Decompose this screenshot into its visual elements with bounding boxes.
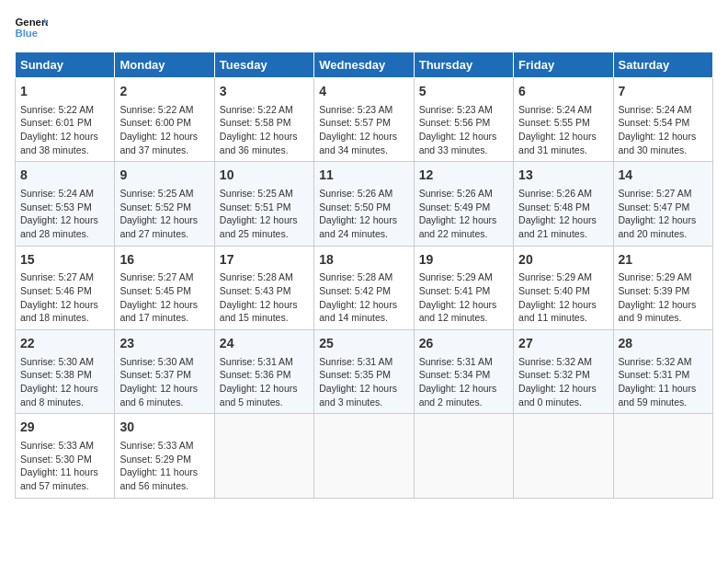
calendar-cell: 5Sunrise: 5:23 AM Sunset: 5:56 PM Daylig…	[414, 78, 513, 162]
calendar-cell: 12Sunrise: 5:26 AM Sunset: 5:49 PM Dayli…	[414, 162, 513, 246]
day-info: Sunrise: 5:31 AM Sunset: 5:35 PM Dayligh…	[319, 355, 408, 409]
calendar-cell: 8Sunrise: 5:24 AM Sunset: 5:53 PM Daylig…	[16, 162, 115, 246]
day-number: 17	[220, 251, 309, 270]
calendar-cell	[214, 414, 313, 498]
day-info: Sunrise: 5:32 AM Sunset: 5:31 PM Dayligh…	[619, 355, 708, 409]
day-info: Sunrise: 5:22 AM Sunset: 6:01 PM Dayligh…	[20, 103, 109, 157]
calendar-cell: 13Sunrise: 5:26 AM Sunset: 5:48 PM Dayli…	[514, 162, 613, 246]
day-number: 1	[20, 83, 109, 101]
day-number: 11	[319, 167, 408, 185]
calendar-table: SundayMondayTuesdayWednesdayThursdayFrid…	[15, 52, 713, 499]
day-info: Sunrise: 5:30 AM Sunset: 5:37 PM Dayligh…	[119, 355, 209, 409]
calendar-cell: 15Sunrise: 5:27 AM Sunset: 5:46 PM Dayli…	[16, 246, 115, 329]
day-number: 5	[419, 83, 508, 101]
calendar-cell: 9Sunrise: 5:25 AM Sunset: 5:52 PM Daylig…	[115, 162, 214, 246]
day-info: Sunrise: 5:27 AM Sunset: 5:45 PM Dayligh…	[119, 270, 209, 325]
calendar-cell: 4Sunrise: 5:23 AM Sunset: 5:57 PM Daylig…	[314, 78, 414, 162]
calendar-cell: 21Sunrise: 5:29 AM Sunset: 5:39 PM Dayli…	[613, 246, 712, 329]
calendar-cell: 26Sunrise: 5:31 AM Sunset: 5:34 PM Dayli…	[414, 330, 513, 414]
calendar-cell: 30Sunrise: 5:33 AM Sunset: 5:29 PM Dayli…	[115, 414, 214, 498]
day-info: Sunrise: 5:32 AM Sunset: 5:32 PM Dayligh…	[518, 355, 608, 409]
day-number: 24	[220, 335, 309, 353]
day-info: Sunrise: 5:23 AM Sunset: 5:56 PM Dayligh…	[419, 103, 508, 157]
calendar-cell: 20Sunrise: 5:29 AM Sunset: 5:40 PM Dayli…	[514, 246, 613, 329]
svg-text:General: General	[16, 17, 49, 28]
calendar-cell: 16Sunrise: 5:27 AM Sunset: 5:45 PM Dayli…	[115, 246, 214, 329]
day-info: Sunrise: 5:25 AM Sunset: 5:51 PM Dayligh…	[220, 187, 309, 241]
header: General Blue	[15, 15, 713, 40]
calendar-week-3: 15Sunrise: 5:27 AM Sunset: 5:46 PM Dayli…	[16, 246, 713, 329]
logo: General Blue	[15, 15, 48, 40]
calendar-cell	[314, 414, 414, 498]
day-number: 27	[518, 335, 608, 353]
calendar-cell: 19Sunrise: 5:29 AM Sunset: 5:41 PM Dayli…	[414, 246, 513, 329]
day-info: Sunrise: 5:27 AM Sunset: 5:46 PM Dayligh…	[20, 270, 109, 325]
calendar-cell: 29Sunrise: 5:33 AM Sunset: 5:30 PM Dayli…	[16, 414, 115, 498]
day-number: 15	[20, 251, 109, 270]
day-number: 14	[619, 167, 708, 185]
day-header-thursday: Thursday	[414, 52, 513, 78]
svg-text:Blue: Blue	[16, 28, 39, 39]
calendar-week-2: 8Sunrise: 5:24 AM Sunset: 5:53 PM Daylig…	[16, 162, 713, 246]
day-number: 12	[419, 167, 508, 185]
calendar-cell: 17Sunrise: 5:28 AM Sunset: 5:43 PM Dayli…	[214, 246, 313, 329]
day-info: Sunrise: 5:22 AM Sunset: 6:00 PM Dayligh…	[119, 103, 209, 157]
day-info: Sunrise: 5:24 AM Sunset: 5:55 PM Dayligh…	[518, 103, 608, 157]
calendar-cell: 7Sunrise: 5:24 AM Sunset: 5:54 PM Daylig…	[613, 78, 712, 162]
day-header-sunday: Sunday	[16, 52, 115, 78]
day-number: 4	[319, 83, 408, 101]
day-number: 18	[319, 251, 408, 270]
logo-icon: General Blue	[15, 15, 48, 40]
day-number: 25	[319, 335, 408, 353]
calendar-cell: 6Sunrise: 5:24 AM Sunset: 5:55 PM Daylig…	[514, 78, 613, 162]
calendar-cell: 1Sunrise: 5:22 AM Sunset: 6:01 PM Daylig…	[16, 78, 115, 162]
day-header-tuesday: Tuesday	[214, 52, 313, 78]
day-info: Sunrise: 5:24 AM Sunset: 5:53 PM Dayligh…	[20, 187, 109, 241]
calendar-week-5: 29Sunrise: 5:33 AM Sunset: 5:30 PM Dayli…	[16, 414, 713, 498]
day-number: 13	[518, 167, 608, 185]
calendar-cell: 11Sunrise: 5:26 AM Sunset: 5:50 PM Dayli…	[314, 162, 414, 246]
day-number: 3	[220, 83, 309, 101]
calendar-header-row: SundayMondayTuesdayWednesdayThursdayFrid…	[16, 52, 713, 78]
day-number: 2	[119, 83, 209, 101]
calendar-week-4: 22Sunrise: 5:30 AM Sunset: 5:38 PM Dayli…	[16, 330, 713, 414]
day-header-monday: Monday	[115, 52, 214, 78]
day-info: Sunrise: 5:28 AM Sunset: 5:42 PM Dayligh…	[319, 270, 408, 325]
day-info: Sunrise: 5:25 AM Sunset: 5:52 PM Dayligh…	[119, 187, 209, 241]
calendar-cell: 25Sunrise: 5:31 AM Sunset: 5:35 PM Dayli…	[314, 330, 414, 414]
day-info: Sunrise: 5:29 AM Sunset: 5:39 PM Dayligh…	[619, 270, 708, 325]
calendar-cell: 14Sunrise: 5:27 AM Sunset: 5:47 PM Dayli…	[613, 162, 712, 246]
day-number: 9	[119, 167, 209, 185]
calendar-cell: 24Sunrise: 5:31 AM Sunset: 5:36 PM Dayli…	[214, 330, 313, 414]
calendar-cell: 22Sunrise: 5:30 AM Sunset: 5:38 PM Dayli…	[16, 330, 115, 414]
calendar-week-1: 1Sunrise: 5:22 AM Sunset: 6:01 PM Daylig…	[16, 78, 713, 162]
calendar-cell: 10Sunrise: 5:25 AM Sunset: 5:51 PM Dayli…	[214, 162, 313, 246]
day-info: Sunrise: 5:24 AM Sunset: 5:54 PM Dayligh…	[619, 103, 708, 157]
day-info: Sunrise: 5:31 AM Sunset: 5:34 PM Dayligh…	[419, 355, 508, 409]
day-number: 16	[119, 251, 209, 270]
day-number: 29	[20, 419, 109, 437]
calendar-cell	[514, 414, 613, 498]
calendar-body: 1Sunrise: 5:22 AM Sunset: 6:01 PM Daylig…	[16, 78, 713, 499]
day-number: 19	[419, 251, 508, 270]
day-info: Sunrise: 5:26 AM Sunset: 5:49 PM Dayligh…	[419, 187, 508, 241]
day-header-saturday: Saturday	[613, 52, 712, 78]
day-number: 30	[119, 419, 209, 437]
day-number: 10	[220, 167, 309, 185]
day-number: 26	[419, 335, 508, 353]
day-number: 28	[619, 335, 708, 353]
day-number: 7	[619, 83, 708, 101]
calendar-cell: 23Sunrise: 5:30 AM Sunset: 5:37 PM Dayli…	[115, 330, 214, 414]
day-info: Sunrise: 5:33 AM Sunset: 5:30 PM Dayligh…	[20, 439, 109, 493]
calendar-cell: 27Sunrise: 5:32 AM Sunset: 5:32 PM Dayli…	[514, 330, 613, 414]
day-info: Sunrise: 5:27 AM Sunset: 5:47 PM Dayligh…	[619, 187, 708, 241]
calendar-cell: 2Sunrise: 5:22 AM Sunset: 6:00 PM Daylig…	[115, 78, 214, 162]
day-number: 20	[518, 251, 608, 270]
day-info: Sunrise: 5:31 AM Sunset: 5:36 PM Dayligh…	[220, 355, 309, 409]
day-number: 8	[20, 167, 109, 185]
day-info: Sunrise: 5:30 AM Sunset: 5:38 PM Dayligh…	[20, 355, 109, 409]
day-info: Sunrise: 5:22 AM Sunset: 5:58 PM Dayligh…	[220, 103, 309, 157]
calendar-cell: 28Sunrise: 5:32 AM Sunset: 5:31 PM Dayli…	[613, 330, 712, 414]
day-info: Sunrise: 5:26 AM Sunset: 5:50 PM Dayligh…	[319, 187, 408, 241]
calendar-cell	[414, 414, 513, 498]
